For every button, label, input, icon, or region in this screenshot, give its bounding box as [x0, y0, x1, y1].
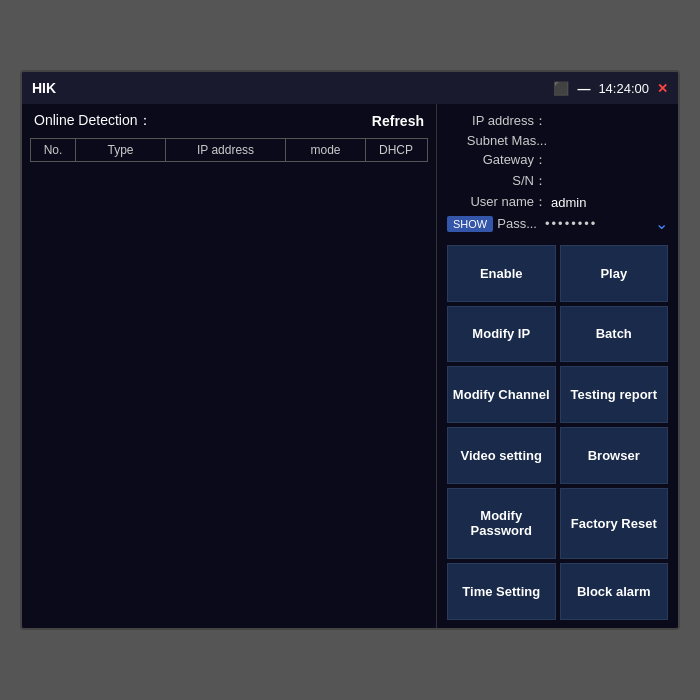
gateway-row: Gateway：: [447, 151, 668, 169]
enable-button[interactable]: Enable: [447, 245, 556, 302]
modify-password-button[interactable]: Modify Password: [447, 488, 556, 560]
screen-icon: ⬛: [553, 81, 569, 96]
col-no: No.: [31, 139, 76, 161]
device-frame: HIK ⬛ — 14:24:00 ✕ Online Detection： Ref…: [20, 70, 680, 630]
testing-report-button[interactable]: Testing report: [560, 366, 669, 423]
username-label: User name：: [447, 193, 547, 211]
online-detection-title: Online Detection：: [34, 112, 152, 130]
show-button[interactable]: SHOW: [447, 216, 493, 232]
username-row: User name： admin: [447, 193, 668, 211]
main-content: Online Detection： Refresh No. Type IP ad…: [22, 104, 678, 628]
separator: —: [577, 81, 590, 96]
info-section: IP address： Subnet Mas... Gateway： S/N： …: [447, 112, 668, 239]
title-bar-right: ⬛ — 14:24:00 ✕: [553, 81, 668, 96]
close-button[interactable]: ✕: [657, 81, 668, 96]
title-bar: HIK ⬛ — 14:24:00 ✕: [22, 72, 678, 104]
col-type: Type: [76, 139, 166, 161]
username-value: admin: [551, 195, 586, 210]
col-dhcp: DHCP: [366, 139, 426, 161]
subnet-label: Subnet Mas...: [447, 133, 547, 148]
pass-label: Pass...: [497, 216, 537, 231]
browser-button[interactable]: Browser: [560, 427, 669, 484]
col-ip: IP address: [166, 139, 286, 161]
col-mode: mode: [286, 139, 366, 161]
play-button[interactable]: Play: [560, 245, 669, 302]
right-panel: IP address： Subnet Mas... Gateway： S/N： …: [437, 104, 678, 628]
action-grid: Enable Play Modify IP Batch Modify Chann…: [447, 245, 668, 620]
ip-address-row: IP address：: [447, 112, 668, 130]
pass-dots: ••••••••: [545, 216, 597, 231]
online-detection-header: Online Detection： Refresh: [30, 112, 428, 130]
dropdown-arrow-icon[interactable]: ⌄: [655, 214, 668, 233]
factory-reset-button[interactable]: Factory Reset: [560, 488, 669, 560]
modify-channel-button[interactable]: Modify Channel: [447, 366, 556, 423]
gateway-label: Gateway：: [447, 151, 547, 169]
block-alarm-button[interactable]: Block alarm: [560, 563, 669, 620]
sn-row: S/N：: [447, 172, 668, 190]
batch-button[interactable]: Batch: [560, 306, 669, 363]
app-title: HIK: [32, 80, 56, 96]
refresh-button[interactable]: Refresh: [372, 113, 424, 129]
modify-ip-button[interactable]: Modify IP: [447, 306, 556, 363]
time-setting-button[interactable]: Time Setting: [447, 563, 556, 620]
table-header: No. Type IP address mode DHCP: [30, 138, 428, 162]
video-setting-button[interactable]: Video setting: [447, 427, 556, 484]
ip-address-label: IP address：: [447, 112, 547, 130]
password-row: SHOW Pass... •••••••• ⌄: [447, 214, 668, 233]
sn-label: S/N：: [447, 172, 547, 190]
table-body: [30, 162, 428, 620]
left-panel: Online Detection： Refresh No. Type IP ad…: [22, 104, 437, 628]
time-display: 14:24:00: [598, 81, 649, 96]
subnet-row: Subnet Mas...: [447, 133, 668, 148]
